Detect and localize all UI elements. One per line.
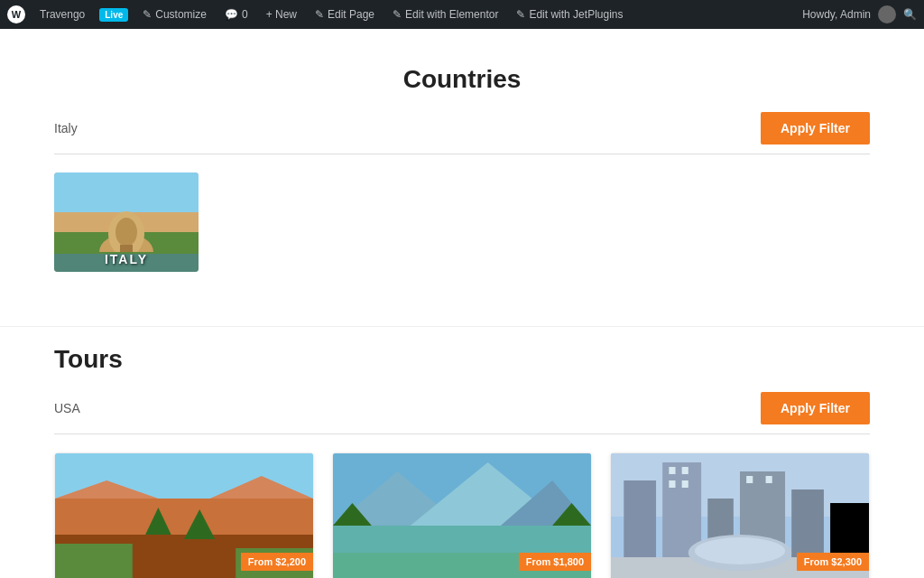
countries-filter-row: Apply Filter [54,112,870,154]
italy-card-label: ITALY [54,252,199,266]
italy-country-card[interactable]: ITALY [54,172,199,272]
tours-apply-filter-button[interactable]: Apply Filter [761,392,870,424]
admin-bar-customize[interactable]: ✎ Customize [139,8,210,21]
svg-rect-37 [766,476,772,483]
admin-bar-live[interactable]: Live [99,8,128,22]
svg-point-31 [695,537,785,564]
admin-greeting: Howdy, Admin [802,8,871,21]
tours-title: Tours [54,345,870,374]
svg-rect-9 [55,544,133,578]
tour-card-magnificent-usa[interactable]: From $1,800 Magnificent USA Explore USA:… [332,452,592,578]
svg-rect-35 [682,480,688,488]
svg-rect-18 [333,526,591,553]
admin-avatar[interactable] [878,5,896,23]
tours-grid: From $2,200 Wonderful USA Explore USA: D… [54,452,870,578]
italy-card-background: ITALY [54,172,199,272]
tours-filter-row: Apply Filter [54,392,870,434]
svg-point-2 [116,218,137,247]
search-icon[interactable]: 🔍 [903,8,917,21]
italy-dome-icon [95,207,158,252]
admin-bar-new[interactable]: + New [263,8,300,21]
wordpress-logo[interactable]: W [7,5,25,23]
tour-wonderful-usa-price: From $2,200 [241,553,313,571]
tour-card-magnificent-usa-image: From $1,800 [333,453,591,578]
svg-rect-34 [669,480,675,488]
svg-rect-33 [682,467,688,474]
svg-rect-36 [746,476,753,483]
admin-bar-edit-page[interactable]: ✎ Edit Page [311,8,378,21]
admin-bar-right: Howdy, Admin 🔍 [802,5,917,23]
tour-sea-kiss-usa-price: From $2,300 [797,553,869,571]
countries-section: Countries Apply Filter ITALY [0,47,924,290]
tours-section: Tours Apply Filter [0,326,924,578]
tour-card-wonderful-usa-image: From $2,200 [55,453,313,578]
tour-magnificent-usa-price: From $1,800 [519,553,591,571]
tour-card-sea-kiss-usa-image: From $2,300 [611,453,869,578]
admin-bar-comments[interactable]: 💬 0 [221,8,252,21]
tour-card-wonderful-usa[interactable]: From $2,200 Wonderful USA Explore USA: D… [54,452,314,578]
admin-bar-jetplugins[interactable]: ✎ Edit with JetPlugins [513,8,626,21]
svg-rect-3 [120,245,133,252]
page-content: Countries Apply Filter ITALY To [0,29,924,578]
countries-title: Countries [54,65,870,94]
countries-apply-filter-button[interactable]: Apply Filter [761,112,870,144]
admin-bar-travengo[interactable]: Travengo [36,8,88,21]
svg-rect-32 [669,467,675,474]
admin-bar-elementor[interactable]: ✎ Edit with Elementor [389,8,502,21]
admin-bar: W Travengo Live ✎ Customize 💬 0 + New ✎ … [0,0,924,29]
countries-filter-input[interactable] [54,117,761,139]
tours-filter-input[interactable] [54,397,761,419]
tour-card-sea-kiss-usa[interactable]: From $2,300 Sea Kiss USA Explore USA: Da… [610,452,870,578]
